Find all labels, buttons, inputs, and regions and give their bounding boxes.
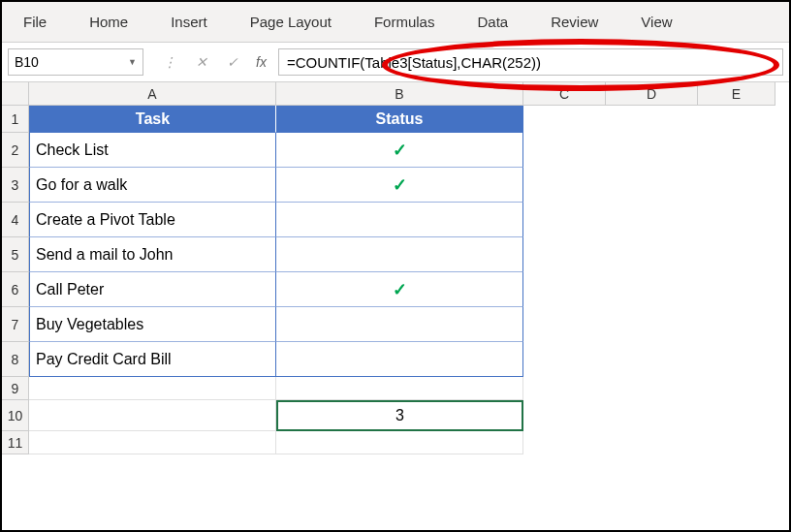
cell-B5[interactable]	[276, 237, 523, 272]
cell-B3[interactable]: ✓	[276, 168, 523, 203]
row-header-4[interactable]: 4	[2, 203, 29, 237]
select-all-corner[interactable]	[2, 82, 29, 106]
cell-B9[interactable]	[276, 377, 523, 400]
row-headers: 1 2 3 4 5 6 7 8 9 10 11	[2, 106, 29, 522]
row-header-8[interactable]: 8	[2, 342, 29, 377]
row-header-10[interactable]: 10	[2, 400, 29, 431]
formula-bar: B10 ▼ ⋮ ✕ ✓ fx =COUNTIF(Table3[Status],C…	[2, 43, 789, 82]
cell-A9[interactable]	[29, 377, 276, 400]
row-header-2[interactable]: 2	[2, 133, 29, 168]
ellipsis-icon[interactable]: ⋮	[153, 51, 186, 73]
cell-A8[interactable]: Pay Credit Card Bill	[29, 342, 276, 377]
cell-B2[interactable]: ✓	[276, 133, 523, 168]
row-header-11[interactable]: 11	[2, 431, 29, 454]
col-header-A[interactable]: A	[29, 82, 276, 106]
row-header-3[interactable]: 3	[2, 168, 29, 203]
col-C-area[interactable]	[523, 106, 606, 454]
row-header-9[interactable]: 9	[2, 377, 29, 400]
cancel-icon[interactable]: ✕	[186, 51, 217, 73]
col-header-C[interactable]: C	[523, 82, 606, 106]
ribbon-tab-file[interactable]: File	[2, 6, 68, 38]
enter-icon[interactable]: ✓	[217, 51, 248, 73]
table-header-task[interactable]: Task	[29, 106, 276, 133]
cell-B10-selected[interactable]: 3	[276, 400, 523, 431]
cell-B7[interactable]	[276, 307, 523, 342]
formula-input[interactable]: =COUNTIF(Table3[Status],CHAR(252))	[278, 48, 783, 76]
row-header-1[interactable]: 1	[2, 106, 29, 133]
cell-B4[interactable]	[276, 203, 523, 237]
col-header-D[interactable]: D	[606, 82, 698, 106]
ribbon-tab-insert[interactable]: Insert	[149, 6, 229, 38]
cell-A4[interactable]: Create a Pivot Table	[29, 203, 276, 237]
name-box-value: B10	[15, 54, 39, 70]
cell-A11[interactable]	[29, 431, 276, 454]
table-header-status[interactable]: Status	[276, 106, 523, 133]
ribbon-tabs: File Home Insert Page Layout Formulas Da…	[2, 2, 789, 43]
row-header-7[interactable]: 7	[2, 307, 29, 342]
cell-A5[interactable]: Send a mail to John	[29, 237, 276, 272]
cell-A2[interactable]: Check List	[29, 133, 276, 168]
cell-B6[interactable]: ✓	[276, 272, 523, 307]
row-header-5[interactable]: 5	[2, 237, 29, 272]
ribbon-tab-pagelayout[interactable]: Page Layout	[229, 6, 353, 38]
cells-area[interactable]: Task Status Check List ✓ Go for a walk ✓…	[29, 106, 775, 522]
chevron-down-icon[interactable]: ▼	[128, 57, 137, 67]
col-header-E[interactable]: E	[698, 82, 775, 106]
ribbon-tab-home[interactable]: Home	[68, 6, 149, 38]
formula-icons: ⋮ ✕ ✓	[153, 51, 248, 73]
col-E-area[interactable]	[698, 106, 775, 454]
cell-A10[interactable]	[29, 400, 276, 431]
cell-A6[interactable]: Call Peter	[29, 272, 276, 307]
fx-icon[interactable]: fx	[248, 51, 274, 73]
cell-B11[interactable]	[276, 431, 523, 454]
ribbon-tab-view[interactable]: View	[619, 6, 693, 38]
cell-B8[interactable]	[276, 342, 523, 377]
cell-A7[interactable]: Buy Vegetables	[29, 307, 276, 342]
formula-text: =COUNTIF(Table3[Status],CHAR(252))	[287, 54, 541, 71]
row-header-6[interactable]: 6	[2, 272, 29, 307]
col-D-area[interactable]	[606, 106, 698, 454]
cell-A3[interactable]: Go for a walk	[29, 168, 276, 203]
col-header-B[interactable]: B	[276, 82, 523, 106]
ribbon-tab-review[interactable]: Review	[529, 6, 619, 38]
name-box[interactable]: B10 ▼	[8, 48, 143, 76]
ribbon-tab-formulas[interactable]: Formulas	[353, 6, 457, 38]
ribbon-tab-data[interactable]: Data	[456, 6, 529, 38]
